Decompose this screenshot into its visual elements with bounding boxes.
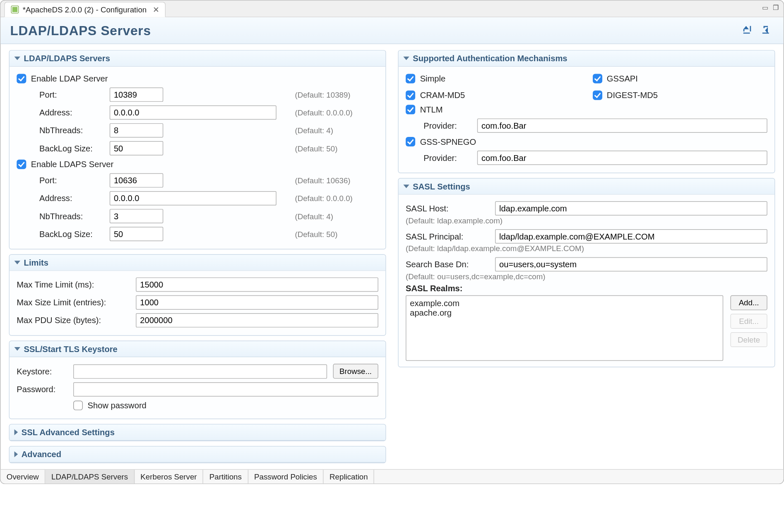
- ldaps-port-input[interactable]: [110, 173, 164, 188]
- sasl-base-label: Search Base Dn:: [406, 259, 489, 269]
- spnego-provider-input[interactable]: [477, 151, 767, 165]
- section-header[interactable]: LDAP/LDAPS Servers: [10, 50, 385, 67]
- section-header[interactable]: SASL Settings: [399, 179, 774, 195]
- ntlm-provider-label: Provider:: [423, 121, 471, 130]
- close-icon[interactable]: ✕: [153, 5, 159, 14]
- checkbox-label: CRAM-MD5: [420, 91, 465, 100]
- bottom-tab[interactable]: Replication: [324, 470, 375, 484]
- enable-ldap-checkbox[interactable]: Enable LDAP Server: [17, 72, 378, 86]
- checkbox-icon: [406, 105, 415, 114]
- password-input[interactable]: [73, 382, 378, 397]
- ldap-nbthreads-label: NbThreads:: [39, 126, 103, 135]
- section-title: Limits: [24, 258, 48, 267]
- max-time-input[interactable]: [136, 278, 378, 292]
- auth-gssapi-checkbox[interactable]: GSSAPI: [592, 72, 767, 86]
- hint-text: (Default: 10389): [295, 90, 378, 99]
- ldap-backlog-input[interactable]: [110, 141, 164, 156]
- list-item[interactable]: example.com: [410, 298, 719, 308]
- hint-text: (Default: 0.0.0.0): [295, 108, 378, 117]
- section-header[interactable]: Limits: [10, 255, 385, 271]
- hint-text: (Default: 0.0.0.0): [295, 194, 378, 203]
- checkbox-label: Simple: [420, 74, 446, 83]
- hint-text: (Default: 50): [295, 144, 378, 153]
- bottom-tab[interactable]: Partitions: [203, 470, 248, 484]
- ldaps-nbthreads-input[interactable]: [110, 209, 164, 223]
- section-sasl-settings: SASL Settings SASL Host: (Default: ldap.…: [398, 178, 775, 367]
- show-password-checkbox[interactable]: [73, 401, 83, 410]
- auth-digest-checkbox[interactable]: DIGEST-MD5: [592, 88, 767, 103]
- hint-text: (Default: ou=users,dc=example,dc=com): [406, 272, 767, 281]
- bottom-tab[interactable]: Password Policies: [248, 470, 324, 484]
- bottom-tab[interactable]: LDAP/LDAPS Servers: [46, 470, 135, 484]
- section-title: LDAP/LDAPS Servers: [24, 54, 110, 63]
- bottom-tab[interactable]: Overview: [0, 470, 45, 484]
- spnego-provider-label: Provider:: [423, 153, 471, 163]
- add-button[interactable]: Add...: [730, 295, 767, 310]
- import-icon[interactable]: [742, 24, 755, 38]
- section-header[interactable]: SSL Advanced Settings: [10, 424, 385, 441]
- ntlm-provider-input[interactable]: [477, 118, 767, 133]
- section-header[interactable]: Supported Authentication Mechanisms: [399, 50, 774, 67]
- section-auth-mechanisms: Supported Authentication Mechanisms Simp…: [398, 50, 775, 173]
- section-limits: Limits Max Time Limit (ms): Max Size Lim…: [9, 254, 386, 336]
- minimize-icon[interactable]: ▭: [762, 4, 768, 12]
- checkbox-label: GSS-SPNEGO: [420, 137, 476, 146]
- server-config-icon: [11, 5, 19, 14]
- password-label: Password:: [17, 385, 67, 394]
- enable-ldaps-checkbox[interactable]: Enable LDAPS Server: [17, 157, 378, 172]
- editor-tab[interactable]: *ApacheDS 2.0.0 (2) - Configuration ✕: [4, 2, 166, 17]
- chevron-down-icon: [14, 347, 20, 351]
- hint-text: (Default: ldap/ldap.example.com@EXAMPLE.…: [406, 244, 767, 253]
- maximize-icon[interactable]: ❐: [773, 4, 779, 12]
- checkbox-icon: [406, 137, 415, 146]
- hint-text: (Default: ldap.example.com): [406, 216, 767, 225]
- ldaps-backlog-label: BackLog Size:: [39, 229, 103, 239]
- svg-rect-1: [12, 7, 18, 12]
- ldap-port-input[interactable]: [110, 88, 164, 102]
- max-time-label: Max Time Limit (ms):: [17, 280, 130, 289]
- hint-text: (Default: 50): [295, 230, 378, 239]
- sasl-base-input[interactable]: [495, 257, 767, 272]
- section-header[interactable]: Advanced: [10, 446, 385, 463]
- checkbox-label: Enable LDAPS Server: [31, 160, 113, 169]
- editor-tabbar: *ApacheDS 2.0.0 (2) - Configuration ✕ ▭ …: [0, 0, 783, 17]
- keystore-input[interactable]: [73, 364, 327, 379]
- section-header[interactable]: SSL/Start TLS Keystore: [10, 341, 385, 357]
- sasl-principal-label: SASL Principal:: [406, 232, 489, 241]
- ldap-nbthreads-input[interactable]: [110, 123, 164, 138]
- sasl-principal-input[interactable]: [495, 229, 767, 244]
- checkbox-icon: [592, 91, 602, 100]
- sasl-host-label: SASL Host:: [406, 204, 489, 213]
- ldap-backlog-label: BackLog Size:: [39, 144, 103, 153]
- checkbox-icon: [17, 160, 26, 169]
- section-title: SASL Settings: [413, 182, 470, 191]
- bottom-tab[interactable]: Kerberos Server: [135, 470, 203, 484]
- section-ldap-servers: LDAP/LDAPS Servers Enable LDAP Server Po…: [9, 50, 386, 249]
- checkbox-icon: [406, 74, 415, 83]
- max-pdu-input[interactable]: [136, 313, 378, 328]
- ldaps-address-input[interactable]: [110, 191, 277, 206]
- ldap-address-input[interactable]: [110, 105, 277, 120]
- chevron-down-icon: [403, 57, 409, 60]
- hint-text: (Default: 10636): [295, 176, 378, 185]
- sasl-host-input[interactable]: [495, 201, 767, 216]
- section-title: Advanced: [22, 450, 61, 459]
- ldaps-backlog-input[interactable]: [110, 227, 164, 241]
- export-icon[interactable]: [761, 24, 774, 38]
- max-size-input[interactable]: [136, 295, 378, 310]
- auth-spnego-checkbox[interactable]: GSS-SPNEGO: [406, 134, 767, 149]
- ldaps-address-label: Address:: [39, 194, 103, 203]
- auth-ntlm-checkbox[interactable]: NTLM: [406, 103, 767, 117]
- browse-button[interactable]: Browse...: [333, 364, 378, 379]
- auth-simple-checkbox[interactable]: Simple: [406, 72, 580, 86]
- auth-cram-checkbox[interactable]: CRAM-MD5: [406, 88, 580, 103]
- edit-button[interactable]: Edit...: [730, 314, 767, 328]
- hint-text: (Default: 4): [295, 212, 378, 221]
- list-item[interactable]: apache.org: [410, 308, 719, 317]
- chevron-down-icon: [14, 261, 20, 264]
- section-title: SSL/Start TLS Keystore: [24, 344, 118, 354]
- delete-button[interactable]: Delete: [730, 332, 767, 347]
- checkbox-icon: [406, 91, 415, 100]
- sasl-realms-list[interactable]: example.comapache.org: [406, 295, 723, 361]
- section-title: Supported Authentication Mechanisms: [413, 54, 567, 63]
